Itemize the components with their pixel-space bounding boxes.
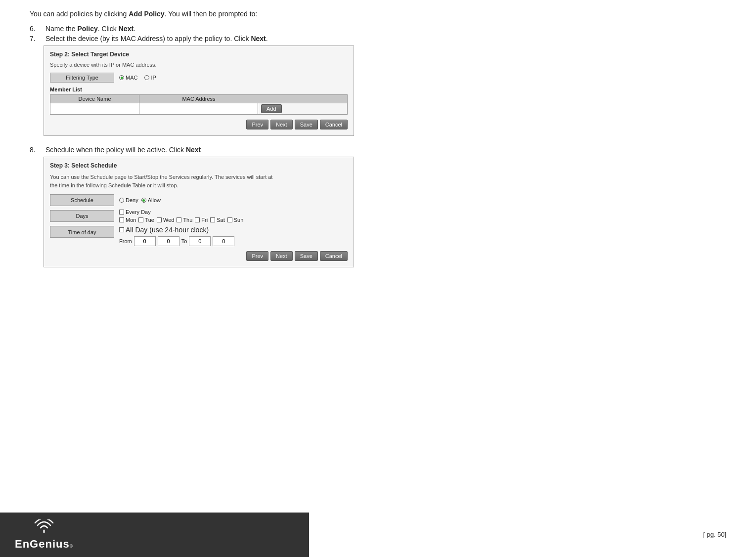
logo-reg: ® — [70, 544, 73, 549]
step2-prev-button[interactable]: Prev — [246, 120, 268, 129]
ip-radio-label: IP — [151, 75, 156, 81]
step-7-text: Select the device (by its MAC Address) t… — [45, 35, 268, 43]
main-content: You can add policies by clicking Add Pol… — [0, 0, 756, 267]
to-hour-input[interactable] — [189, 236, 211, 246]
step-6-policy-bold: Policy — [77, 25, 97, 33]
mac-radio-dot — [119, 75, 124, 80]
ip-radio-dot — [144, 75, 149, 80]
sun-checkbox-box — [227, 217, 232, 222]
step3-cancel-button[interactable]: Cancel — [320, 251, 348, 261]
step2-title: Step 2: Select Target Device — [50, 51, 348, 58]
all-day-checkbox[interactable]: All Day (use 24-hour clock) — [119, 226, 234, 234]
col-mac-header: MAC Address — [139, 95, 258, 103]
step3-title: Step 3: Select Schedule — [50, 162, 348, 169]
step2-next-button[interactable]: Next — [270, 120, 293, 129]
mon-checkbox-box — [119, 217, 124, 222]
sat-checkbox[interactable]: Sat — [210, 217, 225, 223]
filtering-type-row: Filtering Type MAC IP — [50, 73, 348, 83]
allow-radio-dot — [141, 198, 146, 203]
step-6-number: 6. — [30, 25, 44, 33]
tue-checkbox[interactable]: Tue — [138, 217, 154, 223]
step2-cancel-button[interactable]: Cancel — [320, 120, 348, 129]
wed-label: Wed — [163, 217, 174, 223]
col-device-header: Device Name — [50, 95, 139, 103]
step-6-next-bold: Next — [119, 25, 133, 33]
deny-radio-dot — [119, 198, 124, 203]
every-day-checkbox[interactable]: Every Day — [119, 209, 151, 215]
allow-label: Allow — [148, 197, 161, 203]
step-6-row: 6. Name the Policy. Click Next. — [30, 25, 726, 33]
thu-checkbox-box — [177, 217, 181, 222]
all-day-label: All Day (use 24-hour clock) — [126, 226, 209, 234]
member-list-title: Member List — [50, 86, 348, 92]
schedule-row: Schedule Deny Allow — [50, 194, 348, 206]
mac-radio-label: MAC — [126, 75, 137, 81]
step2-save-button[interactable]: Save — [295, 120, 318, 129]
intro-paragraph: You can add policies by clicking Add Pol… — [30, 10, 726, 18]
sun-label: Sun — [234, 217, 244, 223]
step2-btn-row: Prev Next Save Cancel — [50, 120, 348, 129]
sun-checkbox[interactable]: Sun — [227, 217, 244, 223]
mon-checkbox[interactable]: Mon — [119, 217, 136, 223]
time-inputs-row: From To — [119, 236, 234, 246]
wed-checkbox[interactable]: Wed — [157, 217, 174, 223]
to-min-input[interactable] — [213, 236, 234, 246]
mac-radio-item[interactable]: MAC — [119, 75, 137, 81]
step-8-number: 8. — [30, 146, 44, 154]
from-min-input[interactable] — [158, 236, 179, 246]
wed-checkbox-box — [157, 217, 162, 222]
weekdays-row: Mon Tue Wed Thu — [119, 217, 243, 223]
sat-checkbox-box — [210, 217, 215, 222]
member-list-input-row: Add — [50, 103, 348, 115]
schedule-controls: Deny Allow — [119, 197, 161, 203]
fri-label: Fri — [201, 217, 208, 223]
all-day-checkbox-box — [119, 227, 124, 232]
device-name-input[interactable] — [50, 103, 139, 114]
time-of-day-controls: All Day (use 24-hour clock) From To — [119, 226, 234, 246]
tue-label: Tue — [145, 217, 154, 223]
to-label: To — [181, 238, 187, 244]
fri-checkbox[interactable]: Fri — [195, 217, 208, 223]
step3-save-button[interactable]: Save — [295, 251, 318, 261]
step-8-text: Schedule when the policy will be active.… — [45, 146, 201, 154]
every-day-row: Every Day — [119, 209, 243, 215]
step-7-row: 7. Select the device (by its MAC Address… — [30, 35, 726, 43]
intro-text-after: . You will then be prompted to: — [165, 10, 258, 18]
allow-radio-item[interactable]: Allow — [141, 197, 161, 203]
engenius-logo: EnGenius ® — [15, 519, 73, 551]
member-list-table-header: Device Name MAC Address — [50, 94, 348, 103]
step-7-number: 7. — [30, 35, 44, 43]
days-label: Days — [50, 210, 114, 222]
wifi-icon — [34, 519, 54, 537]
step3-btn-row: Prev Next Save Cancel — [50, 251, 348, 261]
add-button[interactable]: Add — [261, 104, 282, 113]
step-8-next-bold: Next — [186, 146, 201, 154]
step3-prev-button[interactable]: Prev — [246, 251, 268, 261]
time-of-day-label: Time of day — [50, 226, 114, 238]
tue-checkbox-box — [138, 217, 143, 222]
intro-text-before: You can add policies by clicking — [30, 10, 129, 18]
days-row-container: Days Every Day Mon Tue — [50, 209, 348, 223]
sat-label: Sat — [217, 217, 225, 223]
fri-checkbox-box — [195, 217, 200, 222]
logo-text: EnGenius — [15, 538, 70, 551]
step-8-row: 8. Schedule when the policy will be acti… — [30, 146, 726, 154]
days-controls: Every Day Mon Tue Wed — [119, 209, 243, 223]
thu-label: Thu — [183, 217, 192, 223]
time-of-day-row: Time of day All Day (use 24-hour clock) … — [50, 226, 348, 246]
mac-address-input[interactable] — [139, 103, 258, 114]
page-number: [ pg. 50] — [703, 531, 726, 538]
mon-label: Mon — [126, 217, 136, 223]
thu-checkbox[interactable]: Thu — [177, 217, 192, 223]
step2-desc: Specify a device with its IP or MAC addr… — [50, 62, 348, 68]
step2-screenshot: Step 2: Select Target Device Specify a d… — [44, 45, 354, 136]
intro-add-policy-bold: Add Policy — [129, 10, 164, 18]
step-7-next-bold: Next — [251, 35, 266, 43]
step-6-text: Name the Policy. Click Next. — [45, 25, 135, 33]
ip-radio-item[interactable]: IP — [144, 75, 156, 81]
deny-radio-item[interactable]: Deny — [119, 197, 138, 203]
from-hour-input[interactable] — [134, 236, 156, 246]
filtering-type-label: Filtering Type — [50, 73, 114, 83]
step3-next-button[interactable]: Next — [270, 251, 293, 261]
step3-screenshot: Step 3: Select Schedule You can use the … — [44, 157, 354, 267]
